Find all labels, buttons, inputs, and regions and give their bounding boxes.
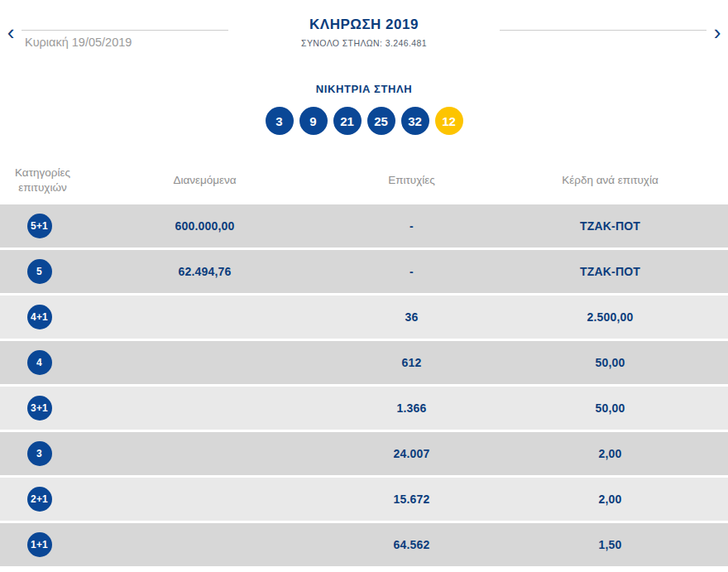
table-row: 5+1 600.000,00 - ΤΖΑΚ-ΠΟΤ: [0, 204, 728, 248]
winning-numbers-row: 3 9 21 25 32 12: [0, 107, 728, 135]
draw-date-block: Κυριακή 19/05/2019: [22, 17, 228, 49]
category-badge: 1+1: [27, 532, 52, 557]
wins-value: 64.562: [331, 538, 492, 551]
profit-value: ΤΖΑΚ-ΠΟΤ: [492, 219, 728, 233]
draw-date: Κυριακή 19/05/2019: [22, 36, 228, 49]
table-row: 5 62.494,76 - ΤΖΑΚ-ΠΟΤ: [0, 250, 728, 293]
category-badge: 3: [27, 441, 52, 466]
next-draw-button[interactable]: ›: [706, 22, 728, 43]
winning-number-ball: 25: [367, 107, 395, 135]
category-badge: 4+1: [27, 305, 52, 329]
profit-value: 2.500,00: [492, 310, 728, 324]
category-badge: 5: [27, 259, 52, 284]
divider-right-block: [500, 17, 706, 31]
distributed-value: 62.494,76: [79, 265, 331, 278]
table-row: 3 24.007 2,00: [0, 432, 728, 475]
table-row: 1+1 64.562 1,50: [0, 523, 728, 566]
wins-value: 612: [331, 356, 492, 369]
table-row: 4 612 50,00: [0, 341, 728, 384]
divider-line-right: [500, 30, 706, 31]
winning-number-ball: 3: [266, 107, 294, 135]
category-badge: 2+1: [27, 487, 52, 512]
wins-value: 1.366: [331, 401, 492, 415]
winning-number-ball: 32: [401, 107, 429, 135]
joker-number-ball: 12: [435, 107, 463, 135]
winning-number-ball: 21: [333, 107, 362, 135]
profit-value: ΤΖΑΚ-ΠΟΤ: [492, 265, 728, 278]
chevron-right-icon: ›: [714, 22, 721, 43]
divider-line-left: [22, 30, 228, 31]
draw-total-columns: ΣΥΝΟΛΟ ΣΤΗΛΩΝ: 3.246.481: [228, 38, 500, 48]
profit-value: 2,00: [492, 493, 728, 506]
table-row: 4+1 36 2.500,00: [0, 296, 728, 339]
table-row: 3+1 1.366 50,00: [0, 387, 728, 430]
winning-column-label: ΝΙΚΗΤΡΙΑ ΣΤΗΛΗ: [0, 83, 728, 95]
wins-value: 15.672: [331, 493, 492, 506]
wins-value: -: [331, 219, 492, 233]
winning-number-ball: 9: [299, 107, 328, 135]
table-header-row: Κατηγορίες επιτυχιών Διανεμόμενα Επιτυχί…: [0, 156, 728, 204]
profit-value: 50,00: [492, 356, 728, 369]
category-badge: 5+1: [27, 214, 52, 238]
profit-value: 50,00: [492, 401, 728, 415]
col-header-profit: Κέρδη ανά επιτυχία: [492, 173, 728, 188]
draw-header: ‹ Κυριακή 19/05/2019 ΚΛΗΡΩΣΗ 2019 ΣΥΝΟΛΟ…: [0, 0, 728, 68]
joker-draw-results-panel: ‹ Κυριακή 19/05/2019 ΚΛΗΡΩΣΗ 2019 ΣΥΝΟΛΟ…: [0, 0, 728, 566]
table-row: 2+1 15.672 2,00: [0, 478, 728, 521]
chevron-left-icon: ‹: [7, 22, 15, 43]
draw-title-block: ΚΛΗΡΩΣΗ 2019 ΣΥΝΟΛΟ ΣΤΗΛΩΝ: 3.246.481: [228, 17, 500, 48]
category-badge: 4: [27, 350, 52, 375]
category-badge: 3+1: [27, 396, 52, 421]
col-header-distributed: Διανεμόμενα: [79, 173, 331, 188]
col-header-wins: Επιτυχίες: [331, 173, 492, 188]
col-header-categories: Κατηγορίες επιτυχιών: [0, 166, 79, 195]
wins-value: -: [331, 265, 492, 278]
wins-value: 24.007: [331, 447, 492, 460]
prev-draw-button[interactable]: ‹: [0, 22, 22, 43]
distributed-value: 600.000,00: [79, 219, 331, 233]
profit-value: 1,50: [492, 538, 728, 551]
draw-title: ΚΛΗΡΩΣΗ 2019: [228, 17, 500, 33]
wins-value: 36: [331, 310, 492, 324]
profit-value: 2,00: [492, 447, 728, 460]
winning-column-section: ΝΙΚΗΤΡΙΑ ΣΤΗΛΗ 3 9 21 25 32 12: [0, 83, 728, 135]
results-table: Κατηγορίες επιτυχιών Διανεμόμενα Επιτυχί…: [0, 156, 728, 566]
